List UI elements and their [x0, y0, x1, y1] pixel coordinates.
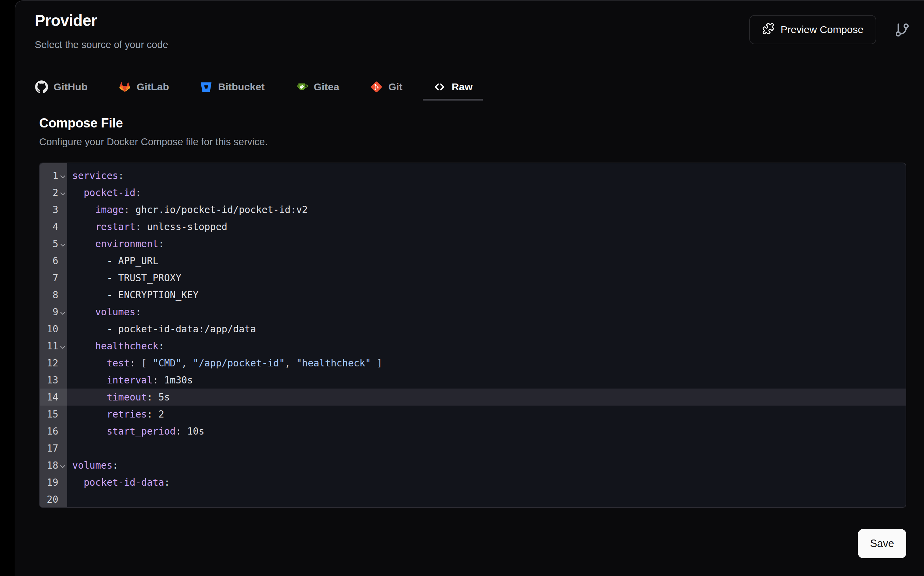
- code-line[interactable]: 7 - TRUST_PROXY: [40, 269, 906, 286]
- code-line[interactable]: 14 timeout: 5s: [40, 389, 906, 406]
- code-line[interactable]: 1services:: [40, 167, 906, 184]
- line-number: 15: [47, 409, 58, 420]
- compose-file-editor[interactable]: 1services:2 pocket-id:3 image: ghcr.io/p…: [39, 163, 906, 508]
- line-number: 20: [47, 494, 58, 505]
- code-line-content: [67, 440, 906, 457]
- gutter-cell: 9: [40, 303, 67, 320]
- tab-label: Gitea: [314, 81, 339, 93]
- gutter-cell: 8: [40, 286, 67, 303]
- editor-code-lines: 1services:2 pocket-id:3 image: ghcr.io/p…: [40, 167, 906, 508]
- provider-tabs: GitHubGitLabBitbucketGiteaGitRaw: [25, 75, 483, 101]
- line-number: 11: [47, 341, 58, 352]
- github-icon: [35, 80, 48, 93]
- gitlab-icon: [118, 80, 131, 93]
- code-line-content: - pocket-id-data:/app/data: [67, 320, 906, 338]
- bitbucket-icon: [199, 80, 212, 93]
- tab-label: GitLab: [137, 81, 169, 93]
- line-number: 4: [53, 221, 58, 232]
- code-line-content: image: ghcr.io/pocket-id/pocket-id:v2: [67, 201, 906, 218]
- code-line[interactable]: 11 healthcheck:: [40, 338, 906, 354]
- code-line[interactable]: 3 image: ghcr.io/pocket-id/pocket-id:v2: [40, 201, 906, 218]
- line-number: 10: [47, 323, 58, 335]
- gutter-cell: 17: [40, 440, 67, 457]
- fold-toggle-icon[interactable]: [58, 312, 67, 315]
- code-line[interactable]: 19 pocket-id-data:: [40, 474, 906, 491]
- tab-gitea[interactable]: Gitea: [285, 75, 349, 101]
- fold-toggle-icon[interactable]: [58, 175, 67, 179]
- gutter-cell: 20: [40, 491, 67, 508]
- code-line[interactable]: 4 restart: unless-stopped: [40, 218, 906, 235]
- save-button[interactable]: Save: [858, 529, 906, 558]
- compose-file-title: Compose File: [39, 116, 123, 131]
- git-branch-button[interactable]: [893, 21, 912, 40]
- gutter-cell: 3: [40, 201, 67, 218]
- line-number: 13: [47, 374, 58, 386]
- tab-label: Bitbucket: [218, 81, 265, 93]
- gutter-cell: 16: [40, 422, 67, 440]
- code-line[interactable]: 16 start_period: 10s: [40, 422, 906, 440]
- preview-compose-label: Preview Compose: [780, 24, 863, 35]
- gutter-cell: 4: [40, 218, 67, 235]
- code-line[interactable]: 8 - ENCRYPTION_KEY: [40, 286, 906, 303]
- line-number: 16: [47, 426, 58, 437]
- line-number: 2: [53, 187, 58, 198]
- gutter-cell: 1: [40, 167, 67, 184]
- raw-icon: [433, 80, 446, 93]
- line-number: 12: [47, 358, 58, 369]
- git-branch-icon: [894, 22, 910, 39]
- line-number: 14: [47, 392, 58, 403]
- line-number: 9: [53, 306, 58, 318]
- line-number: 1: [53, 170, 58, 181]
- tab-github[interactable]: GitHub: [25, 75, 98, 101]
- line-number: 17: [47, 443, 58, 454]
- code-line[interactable]: 2 pocket-id:: [40, 184, 906, 201]
- code-line-content: - APP_URL: [67, 252, 906, 269]
- code-line-content: restart: unless-stopped: [67, 218, 906, 235]
- code-line[interactable]: 17: [40, 440, 906, 457]
- gutter-cell: 7: [40, 269, 67, 286]
- line-number: 3: [53, 204, 58, 215]
- page-subtitle: Select the source of your code: [35, 39, 168, 50]
- code-line[interactable]: 5 environment:: [40, 235, 906, 252]
- code-line-content: test: [ "CMD", "/app/pocket-id", "health…: [67, 354, 906, 371]
- code-line[interactable]: 18volumes:: [40, 457, 906, 474]
- gutter-cell: 15: [40, 406, 67, 422]
- code-line[interactable]: 13 interval: 1m30s: [40, 371, 906, 389]
- code-line[interactable]: 10 - pocket-id-data:/app/data: [40, 320, 906, 338]
- code-line[interactable]: 15 retries: 2: [40, 406, 906, 422]
- line-number: 6: [53, 255, 58, 267]
- fold-toggle-icon[interactable]: [58, 346, 67, 349]
- gutter-cell: 6: [40, 252, 67, 269]
- compose-file-subtitle: Configure your Docker Compose file for t…: [39, 136, 268, 147]
- preview-compose-button[interactable]: Preview Compose: [749, 15, 876, 44]
- git-icon: [370, 80, 383, 93]
- code-line-content: - ENCRYPTION_KEY: [67, 286, 906, 303]
- code-line-content: volumes:: [67, 303, 906, 320]
- fold-toggle-icon[interactable]: [58, 465, 67, 469]
- code-line-content: - TRUST_PROXY: [67, 269, 906, 286]
- code-line-content: services:: [67, 167, 906, 184]
- tab-label: Git: [388, 81, 403, 93]
- tab-git[interactable]: Git: [360, 75, 413, 101]
- gutter-cell: 10: [40, 320, 67, 338]
- code-line[interactable]: 20: [40, 491, 906, 508]
- gutter-cell: 14: [40, 389, 67, 406]
- code-line-content: timeout: 5s: [67, 389, 906, 406]
- fold-toggle-icon[interactable]: [58, 243, 67, 247]
- tab-bitbucket[interactable]: Bitbucket: [190, 75, 275, 101]
- line-number: 7: [53, 272, 58, 283]
- code-line[interactable]: 12 test: [ "CMD", "/app/pocket-id", "hea…: [40, 354, 906, 371]
- line-number: 19: [47, 477, 58, 488]
- tab-gitlab[interactable]: GitLab: [108, 75, 179, 101]
- line-number: 8: [53, 290, 58, 301]
- fold-toggle-icon[interactable]: [58, 192, 67, 196]
- gutter-cell: 11: [40, 338, 67, 354]
- gutter-cell: 12: [40, 354, 67, 371]
- code-line[interactable]: 9 volumes:: [40, 303, 906, 320]
- code-line[interactable]: 6 - APP_URL: [40, 252, 906, 269]
- tab-label: GitHub: [54, 81, 88, 93]
- gutter-cell: 18: [40, 457, 67, 474]
- code-line-content: [67, 491, 906, 508]
- gutter-cell: 19: [40, 474, 67, 491]
- tab-raw[interactable]: Raw: [423, 75, 483, 101]
